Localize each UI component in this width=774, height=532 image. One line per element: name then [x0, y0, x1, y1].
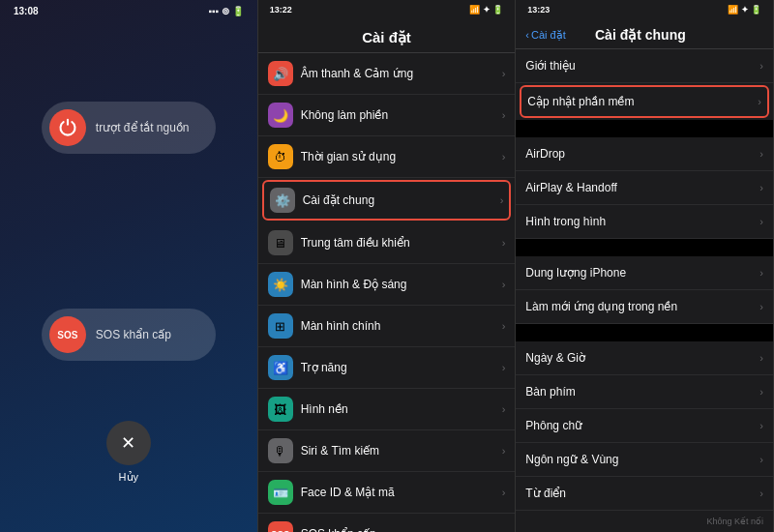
- general-item-language[interactable]: Ngôn ngữ & Vùng ›: [516, 443, 773, 477]
- general-title: Cài đặt chung: [566, 27, 715, 43]
- general-icon: ⚙️: [270, 188, 295, 213]
- chevron-icon: ›: [502, 151, 506, 163]
- settings-list: 🔊 Âm thanh & Cảm ứng › 🌙 Không làm phiền…: [258, 53, 516, 532]
- chevron-icon: ›: [759, 454, 763, 465]
- dictionary-label: Từ điển: [525, 487, 759, 500]
- battery-icon-1: 🔋: [232, 6, 244, 16]
- chevron-icon: ›: [759, 148, 763, 160]
- power-slider-text: trượt để tắt nguồn: [96, 121, 190, 134]
- settings-item-sound[interactable]: 🔊 Âm thanh & Cảm ứng ›: [258, 53, 516, 95]
- general-item-airdrop[interactable]: AirDrop ›: [516, 137, 773, 171]
- sos-icon-2: SOS: [268, 521, 293, 532]
- cancel-button[interactable]: ✕: [106, 421, 151, 465]
- chevron-icon: ›: [759, 182, 763, 193]
- power-icon: [49, 109, 86, 146]
- sos-slider-text: SOS khẩn cấp: [96, 328, 171, 341]
- settings-item-homescreen[interactable]: ⊞ Màn hình chính ›: [258, 306, 516, 347]
- power-slider[interactable]: trượt để tắt nguồn: [42, 102, 216, 154]
- settings-item-general[interactable]: ⚙️ Cài đặt chung ›: [262, 180, 512, 221]
- back-label: Cài đặt: [531, 29, 566, 42]
- settings-title: Cài đặt: [258, 19, 516, 53]
- screentime-label: Thời gian sử dụng: [301, 150, 502, 163]
- fonts-label: Phông chữ: [525, 419, 759, 432]
- general-item-keyboard[interactable]: Bàn phím ›: [516, 375, 773, 409]
- settings-item-accessibility[interactable]: ♿ Trợ năng ›: [258, 347, 516, 389]
- chevron-icon: ›: [759, 386, 763, 398]
- back-chevron-icon: ‹: [525, 29, 529, 41]
- cancel-label: Hủy: [119, 471, 138, 484]
- homescreen-label: Màn hình chính: [301, 319, 502, 333]
- general-label: Cài đặt chung: [303, 193, 500, 207]
- chevron-icon: ›: [502, 279, 506, 290]
- general-item-about[interactable]: Giới thiệu ›: [516, 49, 773, 83]
- settings-item-dnd[interactable]: 🌙 Không làm phiền ›: [258, 95, 516, 136]
- settings-item-siri[interactable]: 🎙 Siri & Tìm kiếm ›: [258, 430, 516, 472]
- general-item-software-update[interactable]: Cập nhật phần mềm ›: [520, 85, 769, 118]
- time-2: 13:22: [270, 5, 292, 15]
- faceid-icon: 🪪: [268, 480, 293, 505]
- dnd-label: Không làm phiền: [301, 108, 502, 122]
- siri-label: Siri & Tìm kiếm: [301, 444, 502, 458]
- settings-item-faceid[interactable]: 🪪 Face ID & Mật mã ›: [258, 472, 516, 514]
- back-button[interactable]: ‹ Cài đặt: [525, 29, 565, 42]
- chevron-icon: ›: [502, 320, 506, 332]
- power-screen: 13:08 ▪▪▪ ⊚ 🔋 trượt để tắt nguồn SOS SOS…: [0, 0, 258, 532]
- general-item-airplay[interactable]: AirPlay & Handoff ›: [516, 171, 773, 205]
- status-bar-2: 13:22 📶 ✦ 🔋: [258, 0, 516, 19]
- bottom-bar: Không Kết nối: [516, 510, 773, 532]
- power-slider-container[interactable]: trượt để tắt nguồn: [42, 63, 216, 154]
- settings-item-control[interactable]: 🖥 Trung tâm điều khiển ›: [258, 222, 516, 264]
- status-bar-3: 13:23 📶 ✦ 🔋: [516, 0, 773, 19]
- keyboard-label: Bàn phím: [525, 385, 759, 399]
- settings-item-wallpaper[interactable]: 🖼 Hình nền ›: [258, 389, 516, 430]
- chevron-icon: ›: [759, 488, 763, 499]
- cancel-area: ✕ Hủy: [106, 421, 151, 484]
- settings-item-sos[interactable]: SOS SOS khẩn cấp ›: [258, 514, 516, 532]
- chevron-icon: ›: [759, 352, 763, 364]
- screentime-icon: ⏱: [268, 144, 293, 169]
- general-item-fonts[interactable]: Phông chữ ›: [516, 409, 773, 443]
- software-update-label: Cập nhật phần mềm: [527, 95, 758, 108]
- airplay-label: AirPlay & Handoff: [525, 181, 759, 194]
- sound-label: Âm thanh & Cảm ứng: [301, 67, 502, 80]
- wallpaper-label: Hình nền: [301, 402, 502, 416]
- homescreen-icon: ⊞: [268, 313, 293, 339]
- general-item-datetime[interactable]: Ngày & Giờ ›: [516, 341, 773, 375]
- chevron-icon: ›: [502, 109, 506, 121]
- general-item-background-refresh[interactable]: Làm mới ứng dụng trong nền ›: [516, 290, 773, 324]
- general-item-pip[interactable]: Hình trong hình ›: [516, 205, 773, 239]
- settings-item-screentime[interactable]: ⏱ Thời gian sử dụng ›: [258, 136, 516, 178]
- chevron-icon: ›: [502, 237, 506, 249]
- pip-label: Hình trong hình: [525, 215, 759, 228]
- section-divider-1: [516, 120, 773, 137]
- sos-icon: SOS: [49, 316, 86, 353]
- about-label: Giới thiệu: [525, 59, 759, 73]
- time-3: 13:23: [527, 5, 550, 15]
- general-settings-screen: 13:23 📶 ✦ 🔋 ‹ Cài đặt Cài đặt chung Giới…: [516, 0, 774, 532]
- background-refresh-label: Làm mới ứng dụng trong nền: [525, 300, 759, 313]
- chevron-icon: ›: [502, 403, 506, 415]
- time-1: 13:08: [14, 6, 39, 16]
- chevron-icon: ›: [759, 301, 763, 312]
- chevron-icon: ›: [759, 60, 763, 72]
- siri-icon: 🎙: [268, 438, 293, 463]
- datetime-label: Ngày & Giờ: [525, 351, 759, 365]
- section-divider-2: [516, 239, 773, 256]
- settings-item-display[interactable]: ☀️ Màn hình & Độ sáng ›: [258, 264, 516, 306]
- control-label: Trung tâm điều khiển: [301, 236, 502, 250]
- settings-screen: 13:22 📶 ✦ 🔋 Cài đặt 🔊 Âm thanh & Cảm ứng…: [258, 0, 517, 532]
- sos-label: SOS khẩn cấp: [301, 527, 502, 532]
- chevron-icon: ›: [759, 216, 763, 227]
- general-header: ‹ Cài đặt Cài đặt chung: [516, 19, 773, 49]
- sound-icon: 🔊: [268, 61, 293, 86]
- general-item-dictionary[interactable]: Từ điển ›: [516, 477, 773, 510]
- faceid-label: Face ID & Mật mã: [301, 486, 502, 499]
- chevron-icon: ›: [502, 68, 506, 79]
- general-item-storage[interactable]: Dung lượng iPhone ›: [516, 256, 773, 290]
- chevron-icon: ›: [500, 194, 504, 206]
- status-icons-3: 📶 ✦ 🔋: [728, 5, 761, 15]
- status-bar-1: 13:08 ▪▪▪ ⊚ 🔋: [0, 0, 257, 22]
- dnd-icon: 🌙: [268, 103, 293, 128]
- accessibility-label: Trợ năng: [301, 361, 502, 374]
- sos-slider[interactable]: SOS SOS khẩn cấp: [42, 309, 216, 361]
